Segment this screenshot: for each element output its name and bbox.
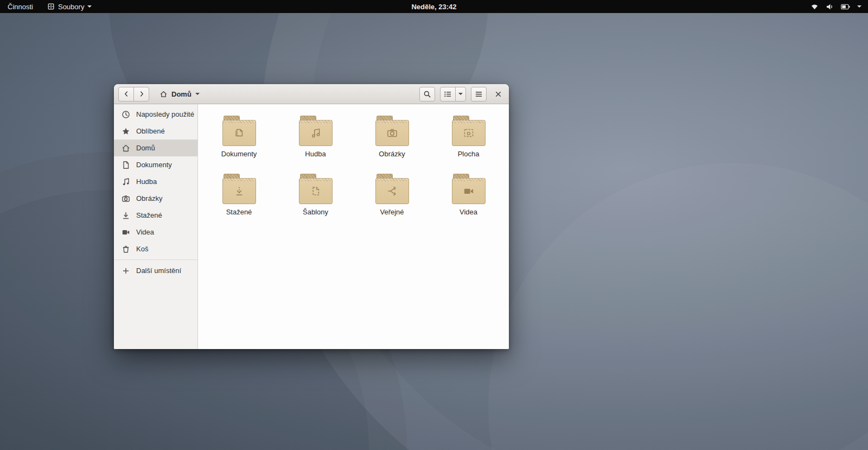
sidebar-item-recent[interactable]: Naposledy použité <box>114 106 197 123</box>
activities-button[interactable]: Činnosti <box>5 0 35 13</box>
sidebar-label: Koš <box>136 245 148 253</box>
folder-label: Stažené <box>226 208 252 216</box>
camera-emblem-icon <box>385 126 399 140</box>
close-button[interactable] <box>492 87 505 102</box>
sidebar-label: Videa <box>136 228 154 236</box>
sidebar-item-other-locations[interactable]: Další umístění <box>114 262 197 279</box>
files-window: Domů <box>114 84 509 349</box>
plus-icon <box>122 267 130 275</box>
hamburger-menu-button[interactable] <box>471 87 487 102</box>
folder-downloads[interactable]: Stažené <box>201 171 277 229</box>
sidebar-label: Hudba <box>136 178 157 186</box>
home-icon <box>159 90 168 98</box>
folder-icon <box>375 171 409 207</box>
forward-button[interactable] <box>133 87 149 102</box>
chevron-down-icon <box>87 5 92 8</box>
templates-emblem-icon <box>309 184 323 198</box>
header-bar: Domů <box>114 84 509 104</box>
sidebar-label: Oblíbené <box>136 127 165 135</box>
wallpaper-ring <box>488 163 868 450</box>
app-menu-label: Soubory <box>58 3 84 11</box>
folder-music[interactable]: Hudba <box>277 113 354 171</box>
sidebar-item-downloads[interactable]: Stažené <box>114 207 197 224</box>
view-list-button[interactable] <box>440 87 456 102</box>
chevron-down-icon <box>195 93 200 95</box>
folder-label: Videa <box>459 208 477 216</box>
chevron-down-icon <box>857 5 861 8</box>
files-app-icon <box>47 3 55 10</box>
folder-icon <box>452 171 486 207</box>
network-icon <box>810 3 819 10</box>
trash-icon <box>122 245 130 253</box>
folder-label: Dokumenty <box>221 150 257 158</box>
folder-videos[interactable]: Videa <box>430 171 507 229</box>
desktop-emblem-icon: D <box>462 126 476 140</box>
downloads-emblem-icon <box>232 184 246 198</box>
video-icon <box>122 228 130 237</box>
svg-text:D: D <box>467 130 470 136</box>
sidebar-label: Další umístění <box>136 267 181 275</box>
folder-icon <box>299 171 333 207</box>
music-emblem-icon <box>309 126 323 140</box>
folder-label: Hudba <box>305 150 326 158</box>
music-icon <box>122 178 130 186</box>
sidebar-label: Domů <box>136 144 155 152</box>
camera-icon <box>122 194 130 203</box>
sidebar-label: Obrázky <box>136 194 162 202</box>
documents-emblem-icon <box>232 126 246 140</box>
folder-pictures[interactable]: Obrázky <box>354 113 430 171</box>
folder-label: Veřejné <box>380 208 404 216</box>
search-button[interactable] <box>419 87 435 102</box>
folder-icon <box>299 113 333 149</box>
activities-label: Činnosti <box>8 3 33 11</box>
public-share-emblem-icon <box>385 184 399 198</box>
app-menu-button[interactable]: Soubory <box>45 0 94 13</box>
sidebar-item-documents[interactable]: Dokumenty <box>114 156 197 173</box>
folder-icon <box>375 113 409 149</box>
sidebar-item-pictures[interactable]: Obrázky <box>114 190 197 207</box>
document-icon <box>122 161 130 169</box>
chevron-down-icon <box>458 93 463 95</box>
folder-icon <box>222 113 256 149</box>
folder-desktop[interactable]: D Plocha <box>430 113 507 171</box>
folder-icon: D <box>452 113 486 149</box>
folder-documents[interactable]: Dokumenty <box>201 113 277 171</box>
sidebar-label: Stažené <box>136 211 162 219</box>
sidebar-item-music[interactable]: Hudba <box>114 173 197 190</box>
videos-emblem-icon <box>462 184 476 198</box>
navigation-buttons <box>118 87 149 102</box>
system-status-area[interactable] <box>810 3 868 10</box>
sidebar-item-videos[interactable]: Videa <box>114 224 197 240</box>
back-button[interactable] <box>118 87 134 102</box>
home-icon <box>122 144 130 153</box>
top-bar: Činnosti Soubory Neděle, 23:42 <box>0 0 868 13</box>
clock-button[interactable]: Neděle, 23:42 <box>411 3 456 11</box>
recent-icon <box>122 110 130 119</box>
view-switcher <box>440 87 466 102</box>
places-sidebar: Naposledy použité Oblíbené Domů Dokument… <box>114 104 198 349</box>
sidebar-label: Naposledy použité <box>136 110 194 118</box>
folder-label: Šablony <box>303 208 328 216</box>
star-icon <box>122 127 130 136</box>
folder-public[interactable]: Veřejné <box>354 171 430 229</box>
sidebar-label: Dokumenty <box>136 161 172 169</box>
folder-label: Obrázky <box>379 150 405 158</box>
sidebar-separator <box>114 259 197 260</box>
battery-icon <box>841 4 850 10</box>
sidebar-item-trash[interactable]: Koš <box>114 240 197 257</box>
path-bar-home-button[interactable]: Domů <box>155 87 205 102</box>
view-options-dropdown-button[interactable] <box>455 87 466 102</box>
sidebar-item-home[interactable]: Domů <box>114 140 197 156</box>
sidebar-item-starred[interactable]: Oblíbené <box>114 123 197 140</box>
file-grid: Dokumenty Hudba <box>198 104 509 349</box>
download-icon <box>122 211 130 220</box>
path-bar-label: Domů <box>171 90 192 98</box>
folder-templates[interactable]: Šablony <box>277 171 354 229</box>
folder-label: Plocha <box>458 150 480 158</box>
folder-icon <box>222 171 256 207</box>
volume-icon <box>826 3 834 10</box>
